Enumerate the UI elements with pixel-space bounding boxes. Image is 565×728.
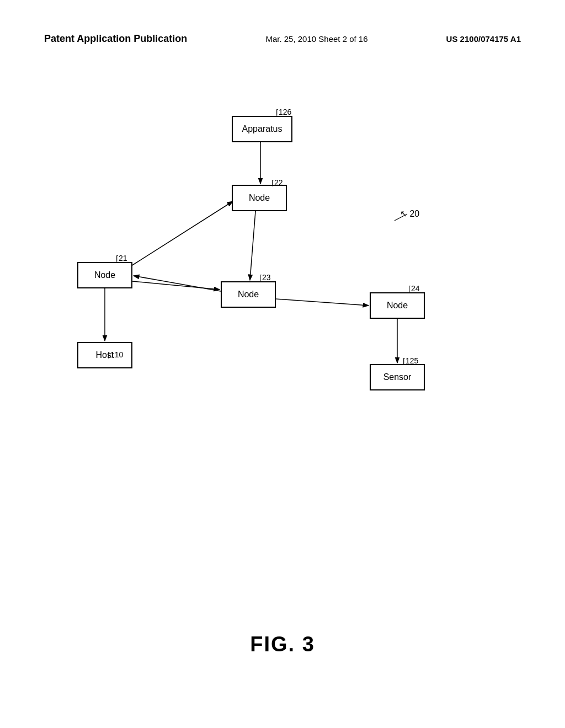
svg-line-6 [276,299,369,306]
apparatus-box: Apparatus [232,116,292,142]
ref-21: ⌈21 [116,254,127,263]
sensor-label: Sensor [383,372,412,382]
figure-caption: FIG. 3 [0,633,565,656]
arrows-svg [44,99,521,496]
svg-line-1 [131,201,233,266]
svg-line-2 [132,281,220,290]
sensor-box: Sensor [370,364,425,390]
node23-box: Node [221,281,276,308]
ref-23: ⌈23 [259,273,271,282]
svg-line-3 [250,211,255,280]
ref-125: ⌈125 [403,356,418,365]
ref-20: ↖ 20 [400,208,419,219]
host-box: Host [77,342,132,368]
ref-110: ⌈110 [108,350,123,359]
apparatus-label: Apparatus [242,124,282,134]
node21-box: Node [77,262,132,288]
ref-24: ⌈24 [408,284,420,293]
diagram-container: Apparatus ⌈126 Node ⌈22 Node ⌈21 Node ⌈2… [44,99,521,496]
node24-box: Node [370,292,425,319]
node24-label: Node [387,301,408,311]
node23-label: Node [238,290,259,299]
ref-126: ⌈126 [276,108,291,116]
sheet-info: Mar. 25, 2010 Sheet 2 of 16 [265,34,367,44]
page-header: Patent Application Publication Mar. 25, … [0,33,565,45]
node21-label: Node [94,270,115,280]
publication-label: Patent Application Publication [44,33,187,45]
svg-line-4 [134,276,221,291]
patent-number: US 2100/074175 A1 [446,34,521,44]
node22-box: Node [232,185,287,211]
node22-label: Node [249,193,270,203]
ref-22: ⌈22 [271,178,283,187]
